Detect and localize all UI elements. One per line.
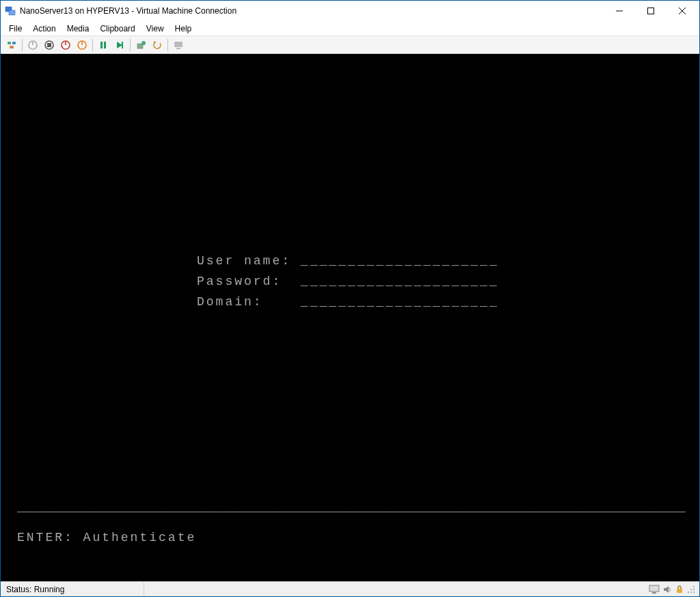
svg-point-32 [690,589,692,590]
maximize-button[interactable] [635,1,667,21]
toolbar-turnoff-button[interactable] [42,38,57,53]
domain-row: Domain: _____________________ [197,292,499,312]
svg-marker-19 [117,42,122,48]
enhanced-icon [173,40,184,51]
svg-rect-29 [677,589,682,593]
username-row: User name: _____________________ [197,251,499,271]
resize-grip-icon[interactable] [687,585,695,594]
console-divider: ________________________________________… [17,501,686,514]
svg-rect-18 [104,42,106,48]
svg-rect-26 [649,585,659,592]
ctrl-alt-del-icon [6,40,17,51]
shutdown-icon [60,40,71,51]
toolbar [1,36,699,54]
svg-rect-12 [47,43,51,47]
domain-field[interactable]: _____________________ [301,295,499,309]
domain-label: Domain: [197,295,263,309]
turnoff-icon [44,40,55,51]
toolbar-revert-button[interactable] [150,38,165,53]
password-label: Password: [197,275,282,288]
toolbar-save-button[interactable] [75,38,90,53]
menu-file[interactable]: File [3,23,27,35]
toolbar-separator [22,39,23,51]
titlebar: NanoServer13 on HYPERV13 - Virtual Machi… [1,1,699,21]
svg-point-35 [688,592,689,593]
close-button[interactable] [667,1,698,21]
username-label: User name: [197,254,291,268]
revert-icon [152,40,163,51]
toolbar-reset-button[interactable] [112,38,127,53]
menubar: File Action Media Clipboard View Help [1,21,699,36]
svg-rect-21 [137,44,143,48]
pause-icon [98,40,109,51]
svg-marker-23 [154,41,157,44]
lock-icon [675,585,684,594]
toolbar-shutdown-button[interactable] [58,38,73,53]
toolbar-ctrl-alt-del-button[interactable] [4,38,19,53]
login-prompt: User name: _____________________ Passwor… [197,251,499,312]
password-row: Password: _____________________ [197,271,499,292]
svg-point-33 [693,592,695,593]
toolbar-checkpoint-button[interactable] [133,38,148,53]
svg-rect-8 [10,46,14,48]
toolbar-enhanced-button[interactable] [171,38,186,53]
svg-rect-6 [8,42,11,44]
window-controls [604,1,698,21]
menu-media[interactable]: Media [62,23,95,35]
svg-rect-24 [174,42,183,47]
window-title: NanoServer13 on HYPERV13 - Virtual Machi… [20,6,604,16]
vm-console[interactable]: User name: _____________________ Passwor… [1,54,699,581]
statusbar: Status: Running [1,581,699,596]
maximize-icon [647,8,654,14]
menu-view[interactable]: View [141,23,170,35]
minimize-icon [616,8,623,14]
app-window: NanoServer13 on HYPERV13 - Virtual Machi… [0,0,700,597]
svg-point-22 [142,41,146,45]
menu-clipboard[interactable]: Clipboard [94,23,140,35]
svg-point-30 [693,586,695,587]
svg-point-31 [693,589,695,590]
app-icon [5,5,16,16]
reset-icon [114,40,125,51]
statusbar-tray [645,585,699,594]
toolbar-separator [92,39,93,51]
minimize-button[interactable] [604,1,635,21]
svg-marker-28 [664,586,669,593]
auth-hint: ENTER: Authenticate [17,531,196,544]
svg-rect-25 [176,48,180,49]
toolbar-pause-button[interactable] [96,38,111,53]
svg-rect-1 [9,10,15,15]
svg-rect-27 [652,592,656,594]
display-icon [649,585,660,594]
svg-rect-3 [648,8,654,14]
start-icon [27,40,38,51]
svg-point-34 [690,592,692,593]
password-field[interactable]: _____________________ [301,275,499,288]
toolbar-start-button[interactable] [25,38,40,53]
username-field[interactable]: _____________________ [301,254,499,268]
save-icon [77,40,88,51]
menu-action[interactable]: Action [27,23,61,35]
svg-rect-7 [12,42,16,44]
toolbar-separator [130,39,131,51]
svg-rect-17 [100,42,103,48]
close-icon [679,8,686,14]
toolbar-separator [167,39,168,51]
checkpoint-icon [135,40,146,51]
menu-help[interactable]: Help [170,23,198,35]
status-text: Status: Running [1,582,144,596]
speaker-icon [662,585,672,594]
